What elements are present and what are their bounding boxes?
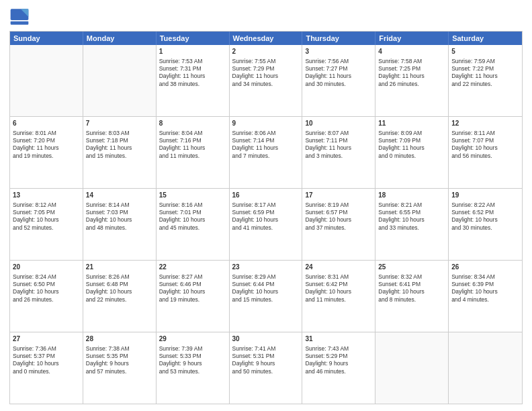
day-info-line: Sunrise: 7:55 AM [232,58,300,65]
day-info-line: Sunset: 5:35 PM [86,353,153,360]
day-number: 8 [159,119,226,128]
day-info-line: Daylight: 10 hours [13,360,80,367]
day-info-line: Daylight: 10 hours [305,288,372,295]
weekday-header-tuesday: Tuesday [157,32,230,45]
calendar-body: 1Sunrise: 7:53 AMSunset: 7:31 PMDaylight… [10,45,522,404]
day-info-line: Daylight: 9 hours [305,360,372,367]
day-info-line: Daylight: 10 hours [232,288,300,295]
day-info-line: Sunset: 7:18 PM [86,137,153,144]
calendar-cell-13: 13Sunrise: 8:12 AMSunset: 7:05 PMDayligh… [10,189,83,260]
day-info-line: Sunset: 7:01 PM [159,209,226,216]
day-info-line: Daylight: 11 hours [451,73,519,80]
day-info-line: Sunset: 7:29 PM [232,65,300,73]
day-info-line: and 15 minutes. [232,296,300,304]
day-info-line: Sunset: 5:29 PM [305,353,372,360]
calendar-cell-21: 21Sunrise: 8:26 AMSunset: 6:48 PMDayligh… [83,261,157,332]
day-info-line: Sunset: 6:57 PM [305,209,372,216]
calendar-row-3: 20Sunrise: 8:24 AMSunset: 6:50 PMDayligh… [10,260,522,332]
calendar-cell-25: 25Sunrise: 8:32 AMSunset: 6:41 PMDayligh… [375,261,449,332]
day-info-line: Daylight: 10 hours [159,216,226,224]
day-info-line: Sunrise: 8:22 AM [451,201,519,209]
calendar-cell-16: 16Sunrise: 8:17 AMSunset: 6:59 PMDayligh… [230,189,303,260]
day-number: 11 [378,119,445,128]
calendar-cell-27: 27Sunrise: 7:36 AMSunset: 5:37 PMDayligh… [10,332,83,404]
day-info-line: and 11 minutes. [305,296,372,304]
day-info-line: Sunset: 6:59 PM [232,209,300,216]
calendar: SundayMondayTuesdayWednesdayThursdayFrid… [9,31,523,404]
day-info-line: Sunset: 6:50 PM [13,281,80,288]
calendar-cell-4: 4Sunrise: 7:58 AMSunset: 7:25 PMDaylight… [375,45,449,116]
calendar-cell-7: 7Sunrise: 8:03 AMSunset: 7:18 PMDaylight… [83,117,157,188]
day-number: 10 [305,119,372,128]
calendar-cell-8: 8Sunrise: 8:04 AMSunset: 7:16 PMDaylight… [157,117,230,188]
day-info-line: Daylight: 11 hours [305,73,372,80]
calendar-row-4: 27Sunrise: 7:36 AMSunset: 5:37 PMDayligh… [10,332,522,404]
day-info-line: Sunrise: 8:21 AM [378,201,445,209]
day-info-line: Daylight: 10 hours [305,216,372,224]
day-info-line: Sunset: 6:41 PM [378,281,445,288]
day-number: 1 [159,47,226,56]
calendar-cell-empty [375,332,449,404]
day-info-line: Sunrise: 8:06 AM [232,130,300,137]
day-info-line: Sunrise: 8:19 AM [305,201,372,209]
day-info-line: Sunset: 7:07 PM [451,137,519,144]
day-info-line: Daylight: 11 hours [159,73,226,80]
weekday-header-saturday: Saturday [449,32,522,45]
day-info-line: and 4 minutes. [451,296,519,304]
day-info-line: Sunrise: 7:39 AM [159,345,226,353]
day-info-line: and 37 minutes. [305,224,372,232]
day-info-line: Sunset: 6:48 PM [86,281,153,288]
day-number: 16 [232,191,300,200]
day-info-line: and 57 minutes. [86,368,153,375]
calendar-cell-17: 17Sunrise: 8:19 AMSunset: 6:57 PMDayligh… [302,189,375,260]
day-info-line: Daylight: 11 hours [86,144,153,152]
day-info-line: Daylight: 11 hours [159,144,226,152]
day-info-line: Daylight: 9 hours [232,360,300,367]
day-number: 6 [13,119,80,128]
calendar-cell-empty [10,45,83,116]
day-info-line: Daylight: 10 hours [378,216,445,224]
day-info-line: Sunset: 6:44 PM [232,281,300,288]
day-info-line: Sunrise: 8:12 AM [13,201,80,209]
day-info-line: Sunrise: 8:07 AM [305,130,372,137]
day-info-line: and 26 minutes. [13,296,80,304]
day-number: 28 [86,334,153,344]
day-info-line: and 34 minutes. [232,81,300,88]
day-info-line: Daylight: 11 hours [378,144,445,152]
day-info-line: and 8 minutes. [378,296,445,304]
calendar-cell-26: 26Sunrise: 8:34 AMSunset: 6:39 PMDayligh… [449,261,522,332]
calendar-cell-5: 5Sunrise: 7:59 AMSunset: 7:22 PMDaylight… [449,45,522,116]
day-info-line: and 0 minutes. [378,152,445,160]
day-info-line: Sunrise: 8:01 AM [13,130,80,137]
day-info-line: Sunset: 5:31 PM [232,353,300,360]
day-info-line: Sunrise: 8:31 AM [305,273,372,281]
day-info-line: Sunrise: 7:53 AM [159,58,226,65]
day-info-line: Daylight: 9 hours [86,360,153,367]
calendar-cell-11: 11Sunrise: 8:09 AMSunset: 7:09 PMDayligh… [375,117,449,188]
day-info-line: Daylight: 11 hours [232,73,300,80]
day-info-line: Sunrise: 7:36 AM [13,345,80,353]
day-info-line: Sunset: 5:33 PM [159,353,226,360]
day-info-line: Sunrise: 7:43 AM [305,345,372,353]
page: SundayMondayTuesdayWednesdayThursdayFrid… [0,0,532,411]
day-info-line: and 52 minutes. [13,224,80,232]
svg-rect-2 [11,21,29,25]
day-info-line: Sunrise: 8:32 AM [378,273,445,281]
day-info-line: and 15 minutes. [86,152,153,160]
day-info-line: Sunrise: 8:16 AM [159,201,226,209]
day-info-line: Sunset: 5:37 PM [13,353,80,360]
day-info-line: and 56 minutes. [451,152,519,160]
day-info-line: Daylight: 10 hours [86,288,153,295]
day-info-line: and 7 minutes. [232,152,300,160]
day-info-line: and 30 minutes. [451,224,519,232]
day-number: 2 [232,47,300,56]
weekday-header-thursday: Thursday [302,32,375,45]
weekday-header-friday: Friday [375,32,449,45]
day-number: 12 [451,119,519,128]
day-info-line: Sunrise: 8:34 AM [451,273,519,281]
day-info-line: Daylight: 10 hours [378,288,445,295]
day-number: 21 [86,263,153,272]
day-number: 7 [86,119,153,128]
day-info-line: Sunset: 7:16 PM [159,137,226,144]
calendar-cell-10: 10Sunrise: 8:07 AMSunset: 7:11 PMDayligh… [302,117,375,188]
